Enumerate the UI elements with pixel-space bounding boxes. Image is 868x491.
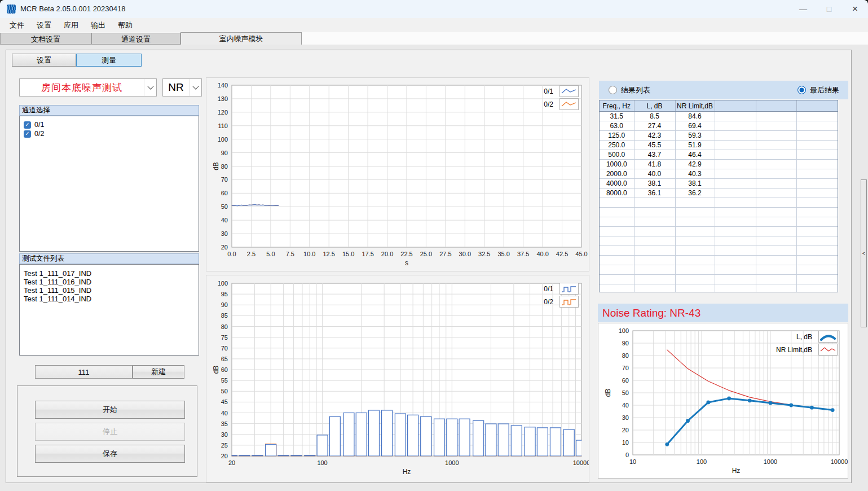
tab-room-noise-module[interactable]: 室内噪声模块 [180,32,302,45]
tab-document-settings[interactable]: 文档设置 [0,33,91,45]
svg-text:35.0: 35.0 [498,251,510,257]
list-item[interactable]: Test 1_111_016_IND [20,278,199,286]
maximize-button[interactable]: □ [816,0,842,18]
spectrum-chart[interactable]: 2025303540455055606570758085909510020100… [206,275,589,483]
svg-text:80: 80 [221,163,228,170]
legend-zigzag-icon [559,98,579,110]
menu-output[interactable]: 输出 [85,18,112,32]
table-row[interactable]: 8000.036.136.2 [600,188,838,198]
channel-checkbox[interactable]: ✓ [24,130,31,138]
channel-row[interactable]: ✓ 0/2 [20,129,199,138]
menu-file[interactable]: 文件 [3,18,30,32]
col-freq: Freq., Hz [600,100,634,112]
panel-collapse-handle[interactable]: < [861,179,867,327]
legend-label: L, dB [796,333,812,341]
legend-row: NR Limit,dB [776,344,838,356]
result-mode-strip: 结果列表 最后结果 [599,81,848,99]
legend-zigzag-icon [559,85,579,97]
svg-text:30: 30 [622,414,629,421]
table-row-empty [600,284,838,293]
table-row[interactable]: 500.043.746.4 [600,150,838,160]
test-type-combobox[interactable]: 房间本底噪声测试 [19,78,157,97]
svg-text:12.5: 12.5 [323,251,335,257]
svg-text:30: 30 [221,431,228,438]
svg-text:7.5: 7.5 [286,251,294,257]
session-name-field[interactable]: 111 [35,365,133,379]
svg-text:0.0: 0.0 [227,251,236,257]
svg-text:25.0: 25.0 [420,251,432,257]
table-row-empty [600,227,838,236]
table-row[interactable]: 31.58.584.6 [600,112,838,121]
svg-text:0: 0 [625,451,629,458]
svg-text:Hz: Hz [732,467,741,475]
legend-thin-zigzag-icon [818,344,838,356]
svg-text:70: 70 [221,176,228,183]
svg-text:22.5: 22.5 [400,251,412,257]
svg-text:100: 100 [317,459,327,466]
table-row[interactable]: 2000.040.040.3 [600,169,838,179]
table-row[interactable]: 4000.038.138.1 [600,179,838,188]
legend-row: 0/1 [544,283,579,295]
svg-text:5.0: 5.0 [266,251,275,257]
noise-rating-chart[interactable]: 010203040506070809010010100100010000HzdB… [598,323,848,479]
list-item[interactable]: Test 1_111_015_IND [20,286,199,295]
save-button[interactable]: 保存 [35,445,185,463]
svg-text:27.5: 27.5 [439,251,451,257]
svg-text:10: 10 [622,439,629,446]
table-row[interactable]: 1000.041.842.9 [600,160,838,169]
menu-settings[interactable]: 设置 [30,18,58,32]
svg-text:110: 110 [218,122,228,129]
rating-type-combobox[interactable]: NR [162,78,202,97]
channel-row[interactable]: ✓ 0/1 [20,120,199,129]
menu-help[interactable]: 帮助 [112,18,139,32]
rating-type-value: NR [163,79,189,96]
table-row-empty [600,256,838,265]
radio-result-list-label: 结果列表 [621,81,650,99]
channels-section-header: 通道选择 [19,105,199,116]
table-row-empty [600,236,838,246]
radio-result-list[interactable] [609,86,617,94]
svg-text:100: 100 [619,327,629,334]
svg-text:Hz: Hz [403,468,411,476]
combo-dropdown-button[interactable] [189,79,201,96]
list-item[interactable]: Test 1_111_014_IND [20,295,199,303]
svg-text:30: 30 [221,230,228,237]
channel-label: 0/1 [34,121,44,129]
time-history-chart[interactable]: 20304050607080901001101201301400.02.55.0… [206,77,589,271]
subtab-settings[interactable]: 设置 [12,54,76,67]
svg-text:20: 20 [221,244,228,251]
svg-text:15.0: 15.0 [342,251,354,257]
list-item[interactable]: Test 1_111_017_IND [20,269,199,278]
svg-text:60: 60 [622,377,629,384]
radio-last-result[interactable] [797,86,806,94]
table-row-empty [600,265,838,275]
test-file-list[interactable]: Test 1_111_017_IND Test 1_111_016_IND Te… [19,264,199,356]
table-row-empty [600,208,838,217]
app-icon [7,5,16,14]
col-nr-limit: NR Limit,dB [675,100,715,112]
new-button[interactable]: 新建 [133,365,184,379]
svg-text:60: 60 [221,190,228,196]
menu-application[interactable]: 应用 [58,18,85,32]
channel-checkbox[interactable]: ✓ [24,121,31,129]
check-icon: ✓ [25,131,29,137]
results-table: Freq., Hz L, dB NR Limit,dB 31.58.584.6 … [600,100,838,292]
results-table-wrap[interactable]: Freq., Hz L, dB NR Limit,dB 31.58.584.6 … [599,100,838,292]
svg-text:s: s [405,259,408,267]
start-button[interactable]: 开始 [35,401,185,419]
subtab-measure[interactable]: 测量 [76,54,142,67]
channel-list[interactable]: ✓ 0/1 ✓ 0/2 [19,116,199,252]
svg-text:17.5: 17.5 [362,251,373,257]
minimize-button[interactable]: — [790,0,816,18]
svg-text:20: 20 [221,453,228,459]
table-row-empty [600,217,838,227]
table-row[interactable]: 125.042.359.3 [600,131,838,141]
chart-legend: 0/10/2 [544,85,579,110]
table-row[interactable]: 250.045.551.9 [600,141,838,150]
table-row[interactable]: 63.027.469.4 [600,121,838,131]
close-button[interactable]: × [842,0,868,18]
svg-text:50: 50 [221,388,228,394]
chart-legend: 0/10/2 [544,283,579,308]
combo-dropdown-button[interactable] [144,79,156,96]
tab-channel-settings[interactable]: 通道设置 [91,33,180,45]
